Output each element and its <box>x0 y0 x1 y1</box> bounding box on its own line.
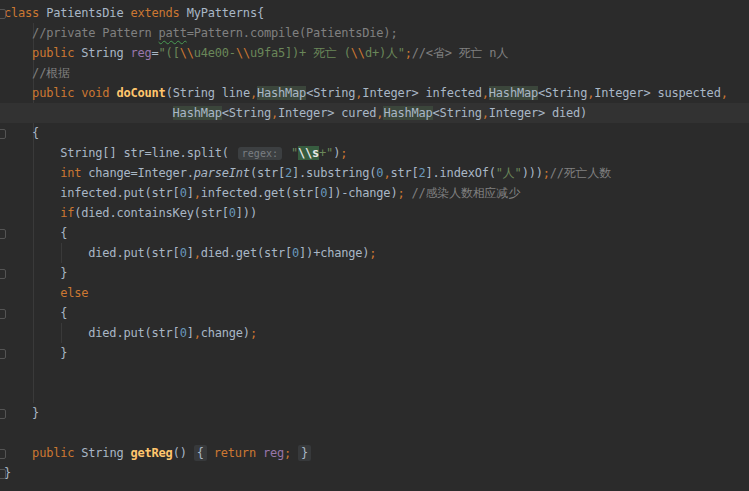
fold-marker[interactable] <box>0 269 6 279</box>
fold-marker[interactable] <box>0 349 6 359</box>
fold-marker[interactable] <box>0 9 6 19</box>
fold-marker[interactable] <box>0 309 6 319</box>
fold-marker[interactable] <box>0 129 6 139</box>
fold-marker[interactable] <box>0 229 6 239</box>
fold-marker[interactable] <box>0 449 6 459</box>
fold-marker[interactable] <box>0 409 6 419</box>
fold-gutter <box>0 0 749 491</box>
fold-marker[interactable] <box>0 469 6 479</box>
code-editor[interactable]: class PatientsDie extends MyPatterns{ //… <box>0 0 749 491</box>
